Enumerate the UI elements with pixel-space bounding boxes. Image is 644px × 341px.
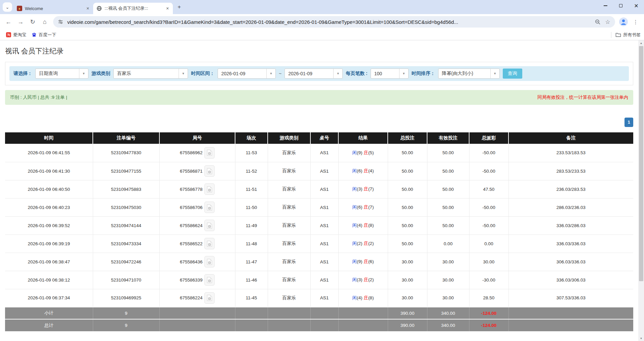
total-count: 9 bbox=[93, 319, 159, 331]
page-content: 视讯 会员下注纪录 请选择： 日期查询 ▼ 游戏类别 百家乐 ▼ 时间区间： 2… bbox=[0, 40, 638, 331]
filter-panel: 请选择： 日期查询 ▼ 游戏类别 百家乐 ▼ 时间区间： 2026-01-09 … bbox=[5, 62, 633, 85]
chevron-down-icon[interactable]: ▼ bbox=[490, 69, 499, 78]
cell-remark: 307.53/336.03 bbox=[508, 289, 633, 307]
profile-avatar[interactable] bbox=[618, 16, 629, 28]
video-replay-button[interactable] bbox=[204, 165, 215, 177]
total-empty bbox=[338, 319, 388, 331]
video-replay-button[interactable] bbox=[204, 183, 215, 195]
sort-value: 降幂(由大到小) bbox=[439, 69, 490, 78]
bet-record-table: 时间 注单编号 局号 场次 游戏类别 桌号 结果 总投注 有效投注 总派彩 备注… bbox=[5, 132, 633, 331]
video-replay-button[interactable] bbox=[204, 220, 215, 231]
video-replay-button[interactable] bbox=[204, 147, 215, 159]
window-minimize-button[interactable] bbox=[598, 0, 613, 11]
cell-order-id: 523109472246 bbox=[93, 253, 159, 271]
bookmark-baidu[interactable]: 百度一下 bbox=[29, 31, 59, 39]
poker-favicon: ♠ bbox=[17, 6, 22, 11]
total-empty bbox=[310, 319, 338, 331]
reload-button[interactable]: ↻ bbox=[27, 16, 38, 28]
zoom-out-icon[interactable] bbox=[594, 18, 601, 25]
video-replay-button[interactable] bbox=[204, 292, 215, 304]
total-empty bbox=[235, 319, 268, 331]
video-replay-button[interactable] bbox=[204, 238, 215, 249]
sort-label: 时间排序： bbox=[412, 71, 435, 77]
query-type-select[interactable]: 日期查询 ▼ bbox=[35, 69, 88, 79]
tab-title: Welcome bbox=[25, 6, 82, 11]
search-button[interactable]: 查询 bbox=[503, 69, 522, 79]
page-1-button[interactable]: 1 bbox=[624, 118, 633, 127]
video-replay-button[interactable] bbox=[204, 274, 215, 286]
cell-round: 675586962 bbox=[159, 144, 235, 162]
subtotal-row: 小计 9 390.00 340.00 -124.00 bbox=[5, 307, 633, 319]
forward-button[interactable]: → bbox=[15, 16, 26, 28]
result-player: 闲(3) bbox=[352, 277, 363, 282]
sort-select[interactable]: 降幂(由大到小) ▼ bbox=[438, 69, 500, 79]
video-replay-button[interactable] bbox=[204, 256, 215, 267]
scroll-up-icon[interactable]: ▲ bbox=[638, 40, 644, 46]
chevron-down-icon[interactable]: ▼ bbox=[399, 69, 408, 78]
cell-table-no: AS1 bbox=[310, 253, 338, 271]
cell-result: 闲(6) 庄(4) bbox=[338, 162, 388, 180]
scrollbar-thumb[interactable] bbox=[639, 46, 643, 281]
back-button[interactable]: ← bbox=[3, 16, 14, 28]
cell-game-type: 百家乐 bbox=[268, 253, 310, 271]
cell-order-id: 523109474144 bbox=[93, 216, 159, 235]
total-total-bet: 390.00 bbox=[388, 319, 427, 331]
cell-round: 675586624 bbox=[159, 216, 235, 235]
chevron-down-icon[interactable]: ▼ bbox=[79, 69, 88, 78]
cell-game-type: 百家乐 bbox=[268, 144, 310, 162]
url-text[interactable]: videoie.com/game/betrecord_search/kind3?… bbox=[67, 19, 591, 25]
cell-order-id: 523109469925 bbox=[93, 289, 159, 307]
cell-remark: 236.03/283.53 bbox=[508, 180, 633, 198]
tab-close-icon[interactable]: ✕ bbox=[85, 6, 90, 11]
date-start-input[interactable]: 2026-01-09 ▼ bbox=[218, 69, 276, 79]
tab-welcome[interactable]: ♠ Welcome ✕ bbox=[13, 3, 93, 14]
game-type-select[interactable]: 百家乐 ▼ bbox=[113, 69, 188, 79]
browser-menu-icon[interactable]: ⋮ bbox=[630, 16, 641, 28]
page-size-select[interactable]: 100 ▼ bbox=[371, 69, 409, 79]
bookmarks-bar: 淘 爱淘宝 百度一下 所有书签 bbox=[0, 30, 644, 40]
result-player: 闲(4) bbox=[352, 295, 363, 300]
tab-close-icon[interactable]: ✕ bbox=[165, 6, 170, 11]
page-scrollbar[interactable]: ▲ ▼ bbox=[638, 40, 644, 341]
taobao-icon: 淘 bbox=[6, 32, 11, 37]
window-maximize-button[interactable] bbox=[613, 0, 629, 11]
result-player: 闲(4) bbox=[352, 223, 363, 228]
cell-round-id: 675586778 bbox=[180, 187, 203, 192]
cell-total-bet: 30.00 bbox=[388, 271, 427, 289]
bookmarks-separator bbox=[611, 32, 611, 38]
cell-payout: 47.50 bbox=[469, 180, 508, 198]
cell-time: 2026-01-09 06:41:55 bbox=[5, 144, 93, 162]
cell-remark: 306.03/336.03 bbox=[508, 253, 633, 271]
site-settings-icon[interactable] bbox=[57, 18, 64, 25]
tab-search-chevron-icon[interactable]: ⌄ bbox=[3, 2, 12, 12]
home-button[interactable]: ⌂ bbox=[39, 16, 50, 28]
cell-remark: 283.53/233.53 bbox=[508, 162, 633, 180]
bookmark-aitaobao[interactable]: 淘 爱淘宝 bbox=[3, 31, 29, 39]
scroll-down-icon[interactable]: ▼ bbox=[638, 336, 644, 341]
address-bar[interactable]: videoie.com/game/betrecord_search/kind3?… bbox=[53, 16, 615, 28]
header-payout: 总派彩 bbox=[469, 132, 508, 144]
result-banker: 庄(8) bbox=[364, 223, 374, 228]
header-round-id: 局号 bbox=[159, 132, 235, 144]
video-replay-button[interactable] bbox=[204, 202, 215, 213]
cell-game-type: 百家乐 bbox=[268, 180, 310, 198]
tab-bet-record[interactable]: :::视讯 会员下注纪录::: ✕ bbox=[93, 3, 173, 14]
cell-round: 675586522 bbox=[159, 235, 235, 253]
all-bookmarks-label[interactable]: 所有书签 bbox=[623, 32, 641, 38]
cell-session: 11-46 bbox=[235, 271, 268, 289]
window-close-button[interactable]: ✕ bbox=[629, 0, 644, 11]
cell-session: 11-51 bbox=[235, 180, 268, 198]
cell-table-no: AS1 bbox=[310, 216, 338, 235]
result-banker: 庄(8) bbox=[364, 295, 374, 300]
subtotal-count: 9 bbox=[93, 307, 159, 319]
total-empty bbox=[159, 319, 235, 331]
chevron-down-icon[interactable]: ▼ bbox=[266, 69, 275, 78]
result-player: 闲(3) bbox=[352, 186, 363, 191]
chevron-down-icon[interactable]: ▼ bbox=[179, 69, 188, 78]
date-end-input[interactable]: 2026-01-09 ▼ bbox=[285, 69, 343, 79]
chevron-down-icon[interactable]: ▼ bbox=[333, 69, 342, 78]
new-tab-button[interactable]: + bbox=[175, 3, 184, 11]
bookmark-star-icon[interactable]: ☆ bbox=[604, 18, 611, 25]
subtotal-label: 小计 bbox=[5, 307, 93, 319]
cell-round-id: 675586224 bbox=[180, 295, 203, 300]
